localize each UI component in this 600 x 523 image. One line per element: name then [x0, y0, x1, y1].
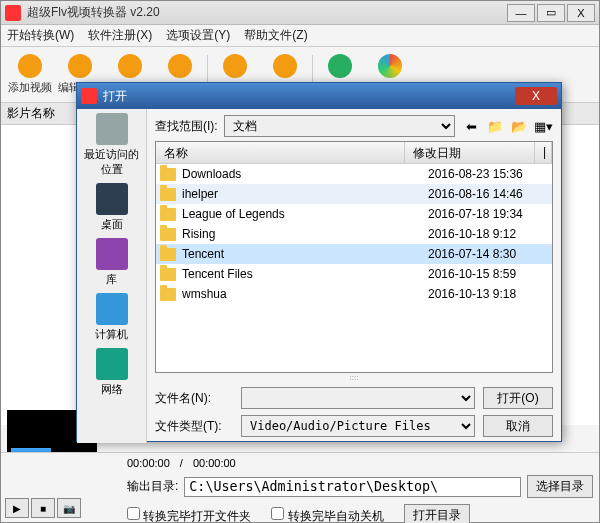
- maximize-button[interactable]: ▭: [537, 4, 565, 22]
- file-date: 2016-10-18 9:12: [428, 227, 548, 241]
- recent-icon: [96, 113, 128, 145]
- stop-button[interactable]: ■: [31, 498, 55, 518]
- file-date: 2016-10-13 9:18: [428, 287, 548, 301]
- computer-icon: [96, 293, 128, 325]
- file-date: 2016-08-23 15:36: [428, 167, 548, 181]
- filetype-combo[interactable]: Video/Audio/Picture Files: [241, 415, 475, 437]
- time-current: 00:00:00: [127, 457, 170, 469]
- file-row[interactable]: wmshua2016-10-13 9:18: [156, 284, 552, 304]
- file-name: wmshua: [182, 287, 428, 301]
- network-icon: [96, 348, 128, 380]
- menu-help[interactable]: 帮助文件(Z): [244, 27, 307, 44]
- help-icon: [328, 54, 352, 78]
- bottom-bar: ▶ ■ 📷 00:00:00 / 00:00:00 输出目录: 选择目录 转换完…: [1, 452, 599, 522]
- menu-options[interactable]: 选项设置(Y): [166, 27, 230, 44]
- desktop-icon: [96, 183, 128, 215]
- up-icon[interactable]: 📁: [485, 116, 505, 136]
- dialog-titlebar: 打开 X: [77, 83, 561, 109]
- file-date: 2016-08-16 14:46: [428, 187, 548, 201]
- file-name: Downloads: [182, 167, 428, 181]
- minimize-button[interactable]: —: [507, 4, 535, 22]
- column-name: 影片名称: [7, 105, 55, 122]
- snapshot-button[interactable]: 📷: [57, 498, 81, 518]
- globe-icon: [378, 54, 402, 78]
- output-label: 输出目录:: [127, 478, 178, 495]
- remove-icon: [118, 54, 142, 78]
- stop-icon: [273, 54, 297, 78]
- back-icon[interactable]: ⬅: [461, 116, 481, 136]
- play-button[interactable]: ▶: [5, 498, 29, 518]
- file-row[interactable]: Tencent Files2016-10-15 8:59: [156, 264, 552, 284]
- col-name[interactable]: 名称: [156, 142, 405, 163]
- location-desktop[interactable]: 桌面: [96, 183, 128, 232]
- add-video-button[interactable]: 添加视频: [5, 50, 55, 100]
- col-date[interactable]: 修改日期: [405, 142, 535, 163]
- dialog-close-button[interactable]: X: [515, 87, 557, 105]
- folder-icon: [160, 168, 176, 181]
- menu-start[interactable]: 开始转换(W): [7, 27, 74, 44]
- folder-icon: [160, 208, 176, 221]
- file-name: ihelper: [182, 187, 428, 201]
- filetype-label: 文件类型(T):: [155, 418, 233, 435]
- dialog-title: 打开: [103, 88, 515, 105]
- filename-combo[interactable]: [241, 387, 475, 409]
- clear-icon: [168, 54, 192, 78]
- check-openfile[interactable]: 转换完毕打开文件夹: [127, 507, 251, 524]
- file-row[interactable]: Rising2016-10-18 9:12: [156, 224, 552, 244]
- filename-label: 文件名(N):: [155, 390, 233, 407]
- file-date: 2016-07-14 8:30: [428, 247, 548, 261]
- edit-icon: [68, 54, 92, 78]
- file-row[interactable]: Downloads2016-08-23 15:36: [156, 164, 552, 184]
- time-total: 00:00:00: [193, 457, 236, 469]
- folder-icon: [160, 188, 176, 201]
- window-title: 超级Flv视顷转换器 v2.20: [27, 4, 507, 21]
- locations-panel: 最近访问的位置 桌面 库 计算机 网络: [77, 109, 147, 443]
- open-file-dialog: 打开 X 最近访问的位置 桌面 库 计算机 网络 查找范围(I): 文档 ⬅ 📁…: [76, 82, 562, 442]
- file-name: Tencent Files: [182, 267, 428, 281]
- menu-register[interactable]: 软件注册(X): [88, 27, 152, 44]
- file-date: 2016-10-15 8:59: [428, 267, 548, 281]
- file-name: League of Legends: [182, 207, 428, 221]
- open-button[interactable]: 打开(O): [483, 387, 553, 409]
- file-row[interactable]: ihelper2016-08-16 14:46: [156, 184, 552, 204]
- file-date: 2016-07-18 19:34: [428, 207, 548, 221]
- folder-icon: [160, 288, 176, 301]
- select-dir-button[interactable]: 选择目录: [527, 475, 593, 498]
- new-folder-icon[interactable]: 📂: [509, 116, 529, 136]
- lookup-combo[interactable]: 文档: [224, 115, 455, 137]
- library-icon: [96, 238, 128, 270]
- file-list: 名称 修改日期 | Downloads2016-08-23 15:36ihelp…: [155, 141, 553, 373]
- check-shutdown[interactable]: 转换完毕自动关机: [271, 507, 383, 524]
- add-icon: [18, 54, 42, 78]
- dialog-icon: [81, 88, 97, 104]
- output-path-input[interactable]: [184, 477, 521, 497]
- file-row[interactable]: Tencent2016-07-14 8:30: [156, 244, 552, 264]
- folder-icon: [160, 248, 176, 261]
- file-row[interactable]: League of Legends2016-07-18 19:34: [156, 204, 552, 224]
- folder-icon: [160, 228, 176, 241]
- menubar: 开始转换(W) 软件注册(X) 选项设置(Y) 帮助文件(Z): [1, 25, 599, 47]
- open-dir-button[interactable]: 打开目录: [404, 504, 470, 523]
- close-button[interactable]: X: [567, 4, 595, 22]
- lookup-label: 查找范围(I):: [155, 118, 218, 135]
- col-handle[interactable]: |: [535, 142, 552, 163]
- file-list-header: 名称 修改日期 |: [156, 142, 552, 164]
- cancel-button[interactable]: 取消: [483, 415, 553, 437]
- view-icon[interactable]: ▦▾: [533, 116, 553, 136]
- location-computer[interactable]: 计算机: [95, 293, 128, 342]
- location-network[interactable]: 网络: [96, 348, 128, 397]
- start-icon: [223, 54, 247, 78]
- location-recent[interactable]: 最近访问的位置: [79, 113, 144, 177]
- titlebar: 超级Flv视顷转换器 v2.20 — ▭ X: [1, 1, 599, 25]
- location-library[interactable]: 库: [96, 238, 128, 287]
- file-name: Rising: [182, 227, 428, 241]
- app-icon: [5, 5, 21, 21]
- resize-grip[interactable]: ::::: [155, 373, 553, 381]
- file-name: Tencent: [182, 247, 428, 261]
- folder-icon: [160, 268, 176, 281]
